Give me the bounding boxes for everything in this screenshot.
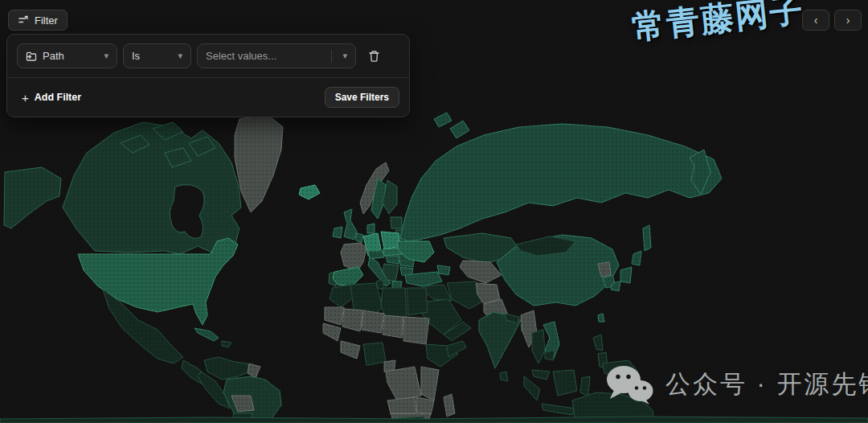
values-select[interactable]: Select values... ▾ [197,43,356,68]
country-egypt[interactable] [407,288,428,315]
country-philippines[interactable] [593,335,603,351]
country-canada[interactable] [63,122,241,254]
country-mauritania[interactable] [325,307,344,325]
values-select-placeholder: Select values... [206,50,324,62]
country-angola[interactable] [387,397,416,413]
country-colombia-venezuela[interactable] [204,357,251,380]
country-japan[interactable] [611,281,620,291]
country-libya[interactable] [381,288,407,318]
country-hispaniola[interactable] [222,341,231,347]
country-morocco[interactable] [330,285,354,307]
country-cuba[interactable] [194,328,219,341]
country-ireland[interactable] [333,227,342,238]
save-filters-button[interactable]: Save Filters [325,87,399,108]
add-filter-label: Add Filter [35,92,81,103]
chevron-down-icon: ▾ [104,51,108,60]
chevron-down-icon: ▾ [178,51,182,60]
country-sakhalin[interactable] [643,225,651,251]
country-mali[interactable] [342,309,363,331]
filter-lines-icon [18,14,29,26]
filter-button-label: Filter [35,14,58,27]
filter-row: Path ▾ Is ▾ Select values... ▾ [7,35,409,77]
country-baltics[interactable] [391,217,402,228]
country-niger[interactable] [362,310,384,333]
filter-button[interactable]: Filter [8,10,68,31]
country-sudan[interactable] [403,317,429,344]
country-brazil[interactable] [223,376,281,423]
country-cambodia[interactable] [545,351,555,360]
field-select-value: Path [43,50,98,62]
country-benelux[interactable] [355,233,363,243]
country-central-asia[interactable] [460,261,502,283]
country-madagascar[interactable] [444,394,455,417]
filter-panel: Path ▾ Is ▾ Select values... ▾ [6,34,410,117]
country-borneo[interactable] [553,370,577,396]
add-filter-button[interactable]: + Add Filter [17,88,86,107]
country-guyana[interactable] [248,363,260,378]
country-spain[interactable] [333,267,363,286]
country-drc[interactable] [386,367,421,400]
chevron-down-icon: ▾ [342,51,347,60]
country-senegal-guinea[interactable] [323,323,341,341]
country-poland[interactable] [381,232,400,249]
country-japan[interactable] [620,267,632,283]
country-sri-lanka[interactable] [500,372,508,381]
country-ivory-ghana[interactable] [341,341,360,359]
country-antarctica[interactable] [0,417,868,423]
country-novaya-zemlya[interactable] [450,121,469,138]
country-taiwan[interactable] [598,314,604,322]
plus-icon: + [22,92,29,104]
analytics-map-page: 公众号 · 开源先锋 Filter Path ▾ Is ▾ [0,0,868,423]
country-sulawesi[interactable] [580,376,590,396]
map-nav: ‹ › [802,10,862,31]
country-denmark[interactable] [367,224,375,233]
next-button[interactable]: › [834,10,862,31]
country-nigeria[interactable] [363,343,386,365]
country-japan[interactable] [632,251,641,265]
country-alaska[interactable] [4,167,61,228]
country-caucasus[interactable] [437,265,450,275]
country-new-guinea[interactable] [603,360,638,378]
country-hungary[interactable] [386,256,400,264]
country-kenya-tanzania[interactable] [421,367,439,400]
country-zambia-zimbabwe[interactable] [416,397,434,415]
country-russia[interactable] [400,124,722,241]
field-select[interactable]: Path ▾ [17,43,117,68]
country-thailand[interactable] [532,330,545,363]
country-sumatra[interactable] [524,376,540,400]
country-france[interactable] [341,243,366,272]
country-syria-iraq[interactable] [423,285,452,301]
country-java[interactable] [542,404,575,415]
country-malaysia[interactable] [532,370,550,380]
trash-icon [368,50,380,63]
operator-select[interactable]: Is ▾ [123,43,191,68]
country-greenland[interactable] [235,114,283,212]
country-iceland[interactable] [299,185,320,199]
country-chad[interactable] [383,315,403,338]
prev-button[interactable]: ‹ [802,10,829,31]
country-uk[interactable] [344,209,357,240]
select-divider [331,50,332,63]
folder-input-icon [26,51,37,62]
country-svalbard[interactable] [434,113,452,127]
delete-filter-button[interactable] [362,44,386,68]
filter-panel-footer: + Add Filter Save Filters [7,78,409,117]
operator-select-value: Is [132,50,172,62]
